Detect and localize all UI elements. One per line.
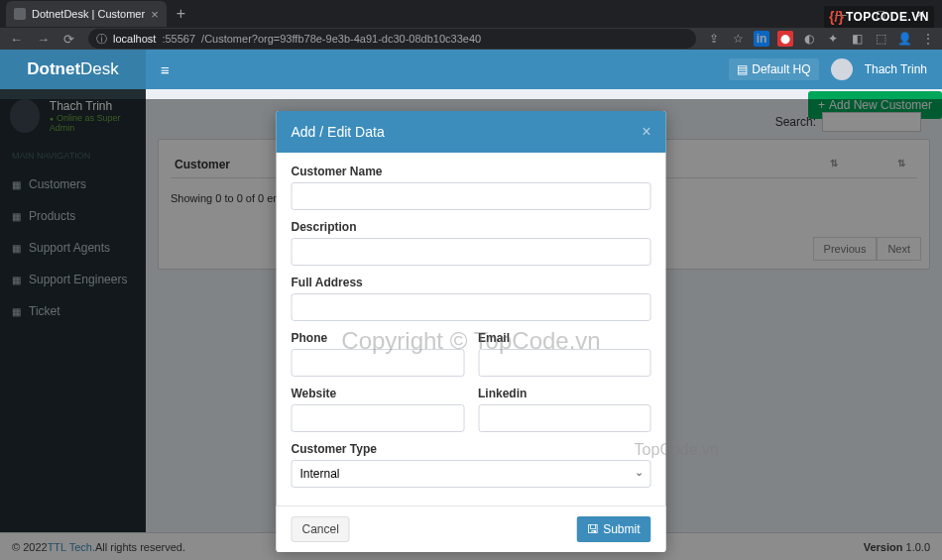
cancel-button[interactable]: Cancel [292,516,350,542]
topcode-badge: {/}TOPCODE.VN [824,6,934,28]
label-website: Website [292,387,465,400]
ext-icon-1[interactable]: ⬤ [777,31,793,47]
bookmark-icon[interactable]: ☆ [730,31,746,47]
tab-title: DotnetDesk | Customer [32,8,145,20]
avatar[interactable] [831,58,853,80]
logo[interactable]: DotnetDesk [0,50,146,89]
ext-icon-2[interactable]: ◐ [801,31,817,47]
description-input[interactable] [292,238,651,266]
customer-type-select[interactable]: Internal [292,460,651,488]
browser-tab[interactable]: DotnetDesk | Customer × [6,1,167,27]
ext-icon-3[interactable]: ✦ [825,31,841,47]
tab-favicon [14,8,26,20]
label-linkedin: Linkedin [478,387,651,400]
back-button[interactable]: ← [10,32,23,47]
tab-close-icon[interactable]: × [151,7,159,22]
label-full-address: Full Address [292,276,651,289]
org-label: Default HQ [752,62,810,76]
ext-icon-4[interactable]: ◧ [849,31,865,47]
modal: Add / Edit Data × Customer Name Descript… [277,111,666,552]
close-icon[interactable]: × [642,123,650,141]
new-tab-button[interactable]: + [167,5,195,23]
label-description: Description [292,220,651,234]
menu-icon[interactable]: ⋮ [920,31,936,47]
label-customer-type: Customer Type [292,442,651,456]
modal-title: Add / Edit Data [292,124,385,140]
sidebar-toggle-icon[interactable]: ≡ [146,61,184,78]
site-info-icon[interactable]: ⓘ [96,32,107,47]
browser-chrome: DotnetDesk | Customer × + ― ▢ ✕ ← → ⟳ ⓘ … [0,0,942,50]
submit-button[interactable]: 🖫Submit [576,516,650,542]
building-icon: ▤ [737,62,748,76]
label-email: Email [478,331,651,345]
customer-name-input[interactable] [292,182,651,210]
linkedin-ext-icon[interactable]: in [754,31,769,47]
header-username[interactable]: Thach Trinh [865,62,927,76]
full-address-input[interactable] [292,293,651,321]
linkedin-input[interactable] [478,404,651,432]
ext-icon-5[interactable]: ⬚ [873,31,888,47]
phone-input[interactable] [292,349,465,377]
modal-header: Add / Edit Data × [277,111,666,153]
url-host: localhost [113,33,156,45]
share-icon[interactable]: ⇪ [706,31,722,47]
forward-button[interactable]: → [37,32,50,47]
save-icon: 🖫 [587,522,599,536]
url-path: /Customer?org=93ffb78e-9e3b-4a91-dc30-08… [201,33,481,45]
url-port: :55567 [162,33,195,45]
website-input[interactable] [292,404,465,432]
address-bar[interactable]: ⓘ localhost:55567/Customer?org=93ffb78e-… [88,29,696,49]
app-header: DotnetDesk ≡ ▤ Default HQ Thach Trinh [0,50,942,89]
email-input[interactable] [478,349,651,377]
profile-icon[interactable]: 👤 [896,31,912,47]
reload-button[interactable]: ⟳ [63,32,74,47]
label-phone: Phone [292,331,465,345]
org-switcher[interactable]: ▤ Default HQ [729,58,818,80]
label-customer-name: Customer Name [292,165,651,178]
